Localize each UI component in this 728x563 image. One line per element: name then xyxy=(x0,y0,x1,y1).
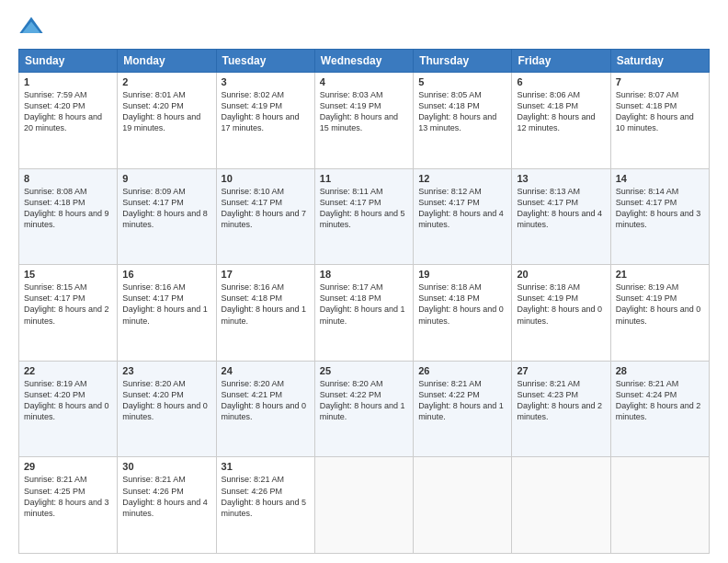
cell-details: Sunrise: 8:12 AMSunset: 4:17 PMDaylight:… xyxy=(418,186,506,231)
calendar-cell: 1Sunrise: 7:59 AMSunset: 4:20 PMDaylight… xyxy=(19,73,118,169)
week-row-1: 1Sunrise: 7:59 AMSunset: 4:20 PMDaylight… xyxy=(19,73,710,169)
cell-details: Sunrise: 8:10 AMSunset: 4:17 PMDaylight:… xyxy=(222,186,310,231)
cell-details: Sunrise: 8:13 AMSunset: 4:17 PMDaylight:… xyxy=(517,186,605,231)
day-header-wednesday: Wednesday xyxy=(314,50,413,73)
cell-details: Sunrise: 8:05 AMSunset: 4:18 PMDaylight:… xyxy=(418,89,506,134)
day-number: 30 xyxy=(122,461,210,472)
calendar-cell: 9Sunrise: 8:09 AMSunset: 4:17 PMDaylight… xyxy=(118,168,216,265)
day-number: 15 xyxy=(24,269,112,280)
cell-details: Sunrise: 8:09 AMSunset: 4:17 PMDaylight:… xyxy=(122,186,210,231)
cell-details: Sunrise: 8:19 AMSunset: 4:19 PMDaylight:… xyxy=(616,282,704,327)
cell-details: Sunrise: 8:08 AMSunset: 4:18 PMDaylight:… xyxy=(24,186,112,231)
calendar-cell: 8Sunrise: 8:08 AMSunset: 4:18 PMDaylight… xyxy=(19,168,118,265)
calendar-cell: 12Sunrise: 8:12 AMSunset: 4:17 PMDayligh… xyxy=(414,168,512,265)
header xyxy=(18,14,710,40)
calendar-cell: 26Sunrise: 8:21 AMSunset: 4:22 PMDayligh… xyxy=(414,361,512,457)
day-number: 28 xyxy=(616,365,704,376)
cell-details: Sunrise: 8:03 AMSunset: 4:19 PMDaylight:… xyxy=(320,89,408,134)
calendar-cell: 30Sunrise: 8:21 AMSunset: 4:26 PMDayligh… xyxy=(118,457,216,554)
cell-details: Sunrise: 8:21 AMSunset: 4:22 PMDaylight:… xyxy=(418,378,506,423)
day-number: 14 xyxy=(616,173,704,184)
cell-details: Sunrise: 8:11 AMSunset: 4:17 PMDaylight:… xyxy=(320,186,408,231)
calendar-cell: 10Sunrise: 8:10 AMSunset: 4:17 PMDayligh… xyxy=(216,168,314,265)
calendar-cell: 27Sunrise: 8:21 AMSunset: 4:23 PMDayligh… xyxy=(512,361,610,457)
cell-details: Sunrise: 8:20 AMSunset: 4:21 PMDaylight:… xyxy=(222,378,310,423)
calendar-cell: 2Sunrise: 8:01 AMSunset: 4:20 PMDaylight… xyxy=(118,73,216,169)
day-header-friday: Friday xyxy=(512,50,610,73)
day-number: 2 xyxy=(122,76,210,87)
cell-details: Sunrise: 8:21 AMSunset: 4:23 PMDaylight:… xyxy=(517,378,605,423)
calendar-cell: 18Sunrise: 8:17 AMSunset: 4:18 PMDayligh… xyxy=(314,265,413,362)
day-number: 18 xyxy=(320,269,408,280)
calendar-cell: 11Sunrise: 8:11 AMSunset: 4:17 PMDayligh… xyxy=(314,168,413,265)
day-number: 12 xyxy=(418,173,506,184)
cell-details: Sunrise: 8:02 AMSunset: 4:19 PMDaylight:… xyxy=(222,89,310,134)
calendar-cell: 19Sunrise: 8:18 AMSunset: 4:18 PMDayligh… xyxy=(414,265,512,362)
day-number: 21 xyxy=(616,269,704,280)
day-number: 22 xyxy=(24,365,112,376)
day-number: 5 xyxy=(418,76,506,87)
day-number: 27 xyxy=(517,365,605,376)
day-header-saturday: Saturday xyxy=(610,50,709,73)
day-number: 6 xyxy=(517,76,605,87)
calendar-cell xyxy=(314,457,413,554)
cell-details: Sunrise: 8:18 AMSunset: 4:18 PMDaylight:… xyxy=(418,282,506,327)
cell-details: Sunrise: 7:59 AMSunset: 4:20 PMDaylight:… xyxy=(24,89,112,134)
week-row-4: 22Sunrise: 8:19 AMSunset: 4:20 PMDayligh… xyxy=(19,361,710,457)
cell-details: Sunrise: 8:16 AMSunset: 4:17 PMDaylight:… xyxy=(122,282,210,327)
day-number: 1 xyxy=(24,76,112,87)
calendar-cell: 13Sunrise: 8:13 AMSunset: 4:17 PMDayligh… xyxy=(512,168,610,265)
cell-details: Sunrise: 8:18 AMSunset: 4:19 PMDaylight:… xyxy=(517,282,605,327)
cell-details: Sunrise: 8:21 AMSunset: 4:24 PMDaylight:… xyxy=(616,378,704,423)
day-number: 16 xyxy=(122,269,210,280)
calendar-cell: 31Sunrise: 8:21 AMSunset: 4:26 PMDayligh… xyxy=(216,457,314,554)
cell-details: Sunrise: 8:07 AMSunset: 4:18 PMDaylight:… xyxy=(616,89,704,134)
day-header-monday: Monday xyxy=(118,50,216,73)
day-number: 7 xyxy=(616,76,704,87)
calendar-cell: 7Sunrise: 8:07 AMSunset: 4:18 PMDaylight… xyxy=(610,73,709,169)
calendar-cell xyxy=(512,457,610,554)
calendar-cell: 23Sunrise: 8:20 AMSunset: 4:20 PMDayligh… xyxy=(118,361,216,457)
cell-details: Sunrise: 8:14 AMSunset: 4:17 PMDaylight:… xyxy=(616,186,704,231)
week-row-5: 29Sunrise: 8:21 AMSunset: 4:25 PMDayligh… xyxy=(19,457,710,554)
cell-details: Sunrise: 8:20 AMSunset: 4:20 PMDaylight:… xyxy=(122,378,210,423)
cell-details: Sunrise: 8:20 AMSunset: 4:22 PMDaylight:… xyxy=(320,378,408,423)
cell-details: Sunrise: 8:21 AMSunset: 4:26 PMDaylight:… xyxy=(222,474,310,519)
day-number: 9 xyxy=(122,173,210,184)
day-number: 3 xyxy=(222,76,310,87)
day-number: 10 xyxy=(222,173,310,184)
day-header-tuesday: Tuesday xyxy=(216,50,314,73)
day-number: 19 xyxy=(418,269,506,280)
cell-details: Sunrise: 8:19 AMSunset: 4:20 PMDaylight:… xyxy=(24,378,112,423)
cell-details: Sunrise: 8:15 AMSunset: 4:17 PMDaylight:… xyxy=(24,282,112,327)
day-number: 20 xyxy=(517,269,605,280)
calendar-cell: 15Sunrise: 8:15 AMSunset: 4:17 PMDayligh… xyxy=(19,265,118,362)
calendar-cell: 5Sunrise: 8:05 AMSunset: 4:18 PMDaylight… xyxy=(414,73,512,169)
calendar-cell xyxy=(610,457,709,554)
calendar-cell: 17Sunrise: 8:16 AMSunset: 4:18 PMDayligh… xyxy=(216,265,314,362)
logo-icon xyxy=(18,14,44,40)
calendar-table: SundayMondayTuesdayWednesdayThursdayFrid… xyxy=(18,49,710,554)
day-number: 8 xyxy=(24,173,112,184)
cell-details: Sunrise: 8:06 AMSunset: 4:18 PMDaylight:… xyxy=(517,89,605,134)
calendar-cell: 16Sunrise: 8:16 AMSunset: 4:17 PMDayligh… xyxy=(118,265,216,362)
calendar-cell: 22Sunrise: 8:19 AMSunset: 4:20 PMDayligh… xyxy=(19,361,118,457)
day-number: 4 xyxy=(320,76,408,87)
calendar-cell xyxy=(414,457,512,554)
page: SundayMondayTuesdayWednesdayThursdayFrid… xyxy=(0,0,728,563)
header-row: SundayMondayTuesdayWednesdayThursdayFrid… xyxy=(19,50,710,73)
cell-details: Sunrise: 8:17 AMSunset: 4:18 PMDaylight:… xyxy=(320,282,408,327)
day-number: 25 xyxy=(320,365,408,376)
day-number: 17 xyxy=(222,269,310,280)
cell-details: Sunrise: 8:16 AMSunset: 4:18 PMDaylight:… xyxy=(222,282,310,327)
calendar-cell: 28Sunrise: 8:21 AMSunset: 4:24 PMDayligh… xyxy=(610,361,709,457)
calendar-cell: 25Sunrise: 8:20 AMSunset: 4:22 PMDayligh… xyxy=(314,361,413,457)
cell-details: Sunrise: 8:21 AMSunset: 4:25 PMDaylight:… xyxy=(24,474,112,519)
day-number: 23 xyxy=(122,365,210,376)
calendar-cell: 3Sunrise: 8:02 AMSunset: 4:19 PMDaylight… xyxy=(216,73,314,169)
calendar-cell: 24Sunrise: 8:20 AMSunset: 4:21 PMDayligh… xyxy=(216,361,314,457)
day-header-sunday: Sunday xyxy=(19,50,118,73)
calendar-cell: 14Sunrise: 8:14 AMSunset: 4:17 PMDayligh… xyxy=(610,168,709,265)
day-number: 26 xyxy=(418,365,506,376)
week-row-2: 8Sunrise: 8:08 AMSunset: 4:18 PMDaylight… xyxy=(19,168,710,265)
